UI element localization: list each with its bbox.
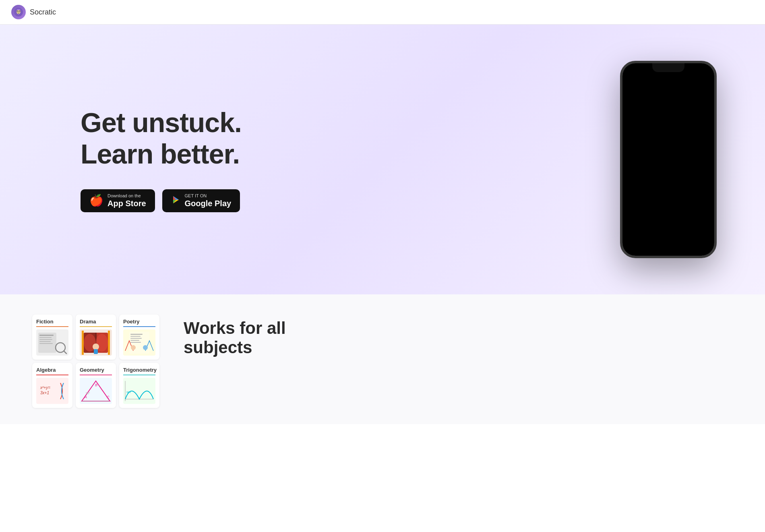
subject-img-fiction (36, 329, 68, 356)
subject-title-algebra: Algebra (36, 367, 68, 375)
apple-icon: 🍎 (89, 195, 103, 206)
subject-card-drama[interactable]: Drama (76, 315, 116, 360)
subject-card-trigonometry[interactable]: Trigonometry sin (119, 363, 159, 408)
svg-text:3x+1: 3x+1 (40, 391, 49, 395)
svg-rect-28 (130, 334, 143, 335)
subject-img-geometry: A B C 90° (80, 378, 112, 404)
app-store-button[interactable]: 🍎 Download on the App Store (81, 189, 155, 212)
hero-content: Get unstuck. Learn better. 🍎 Download on… (81, 107, 302, 212)
works-heading: Works for all subjects (184, 319, 345, 357)
works-section: Works for all subjects (184, 315, 733, 408)
hero-section: Get unstuck. Learn better. 🍎 Download on… (0, 25, 765, 294)
svg-point-5 (19, 11, 20, 12)
hero-phone-container (620, 61, 717, 258)
svg-text:A: A (84, 395, 87, 399)
svg-point-33 (131, 345, 136, 350)
svg-line-17 (64, 351, 66, 354)
nav-logo-text: Socratic (30, 8, 56, 17)
svg-text:sin: sin (126, 390, 130, 394)
svg-rect-32 (130, 342, 141, 343)
svg-rect-24 (108, 331, 110, 355)
svg-rect-14 (39, 341, 51, 342)
subject-card-poetry[interactable]: Poetry (119, 315, 159, 360)
phone-side-btn-left-2 (620, 118, 621, 140)
app-store-texts: Download on the App Store (108, 193, 146, 208)
subject-title-poetry: Poetry (123, 319, 155, 327)
subject-img-drama (80, 329, 112, 356)
phone-side-btn-left-1 (620, 99, 621, 114)
svg-text:x²+y=: x²+y= (40, 385, 50, 390)
svg-rect-26 (94, 349, 98, 354)
svg-rect-29 (130, 336, 141, 337)
lower-section: Fiction Drama (0, 294, 765, 424)
app-store-label-small: Download on the (108, 193, 146, 199)
phone-side-btn-left-3 (620, 144, 621, 166)
svg-rect-30 (130, 338, 142, 339)
svg-text:90°: 90° (86, 392, 90, 395)
hero-buttons: 🍎 Download on the App Store GET IT O (81, 189, 302, 212)
play-icon (171, 195, 181, 207)
subject-card-geometry[interactable]: Geometry A B C 90° (76, 363, 116, 408)
phone-notch (652, 63, 684, 72)
google-play-label-large: Google Play (185, 199, 232, 208)
subjects-grid: Fiction Drama (32, 315, 159, 408)
phone-screen (622, 63, 714, 256)
google-play-texts: GET IT ON Google Play (185, 193, 232, 208)
svg-rect-11 (39, 335, 54, 336)
svg-text:B: B (95, 383, 97, 387)
subject-title-fiction: Fiction (36, 319, 68, 327)
svg-rect-23 (82, 331, 84, 355)
svg-point-4 (17, 11, 18, 12)
subject-title-drama: Drama (80, 319, 112, 327)
subject-card-fiction[interactable]: Fiction (32, 315, 72, 360)
subject-img-algebra: x²+y= 3x+1 (36, 378, 68, 404)
google-play-label-small: GET IT ON (185, 193, 232, 199)
phone-mockup (620, 61, 717, 258)
svg-rect-15 (39, 343, 53, 344)
svg-point-34 (143, 345, 148, 350)
subject-card-algebra[interactable]: Algebra x²+y= 3x+1 (32, 363, 72, 408)
google-play-button[interactable]: GET IT ON Google Play (162, 189, 240, 212)
svg-rect-12 (39, 337, 52, 338)
subject-title-trigonometry: Trigonometry (123, 367, 155, 375)
subject-img-trigonometry: sin (123, 378, 155, 404)
app-store-label-large: App Store (108, 199, 146, 208)
svg-text:C: C (107, 395, 110, 399)
navbar: Socratic (0, 0, 765, 25)
nav-logo[interactable]: Socratic (11, 5, 56, 19)
svg-point-25 (93, 344, 99, 350)
subject-title-geometry: Geometry (80, 367, 112, 375)
subject-img-poetry (123, 329, 155, 356)
hero-headline: Get unstuck. Learn better. (81, 107, 302, 170)
phone-side-btn-right (716, 104, 717, 126)
svg-rect-31 (130, 340, 139, 341)
svg-rect-13 (39, 339, 52, 340)
logo-icon (11, 5, 26, 19)
